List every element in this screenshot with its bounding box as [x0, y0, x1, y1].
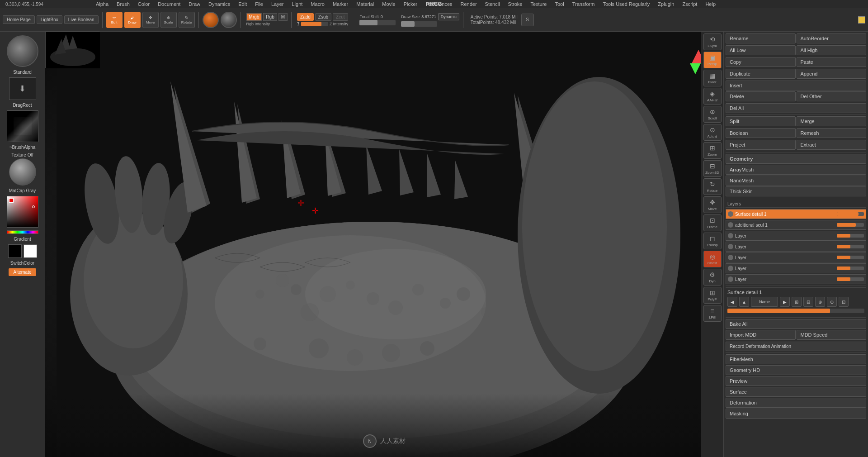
menu-transform[interactable]: Transform [571, 1, 597, 7]
menu-render[interactable]: Render [459, 1, 479, 7]
snap-button[interactable]: S [521, 14, 534, 26]
menu-document[interactable]: Document [156, 1, 182, 7]
boolean-button[interactable]: Boolean [726, 128, 796, 138]
sd-btn-extra1[interactable]: ⊕ [815, 297, 825, 307]
all-low-button[interactable]: All Low [726, 45, 796, 55]
side-persp-button[interactable]: ▣ Persp [703, 52, 722, 68]
side-frame-button[interactable]: ⊡ Frame [703, 214, 722, 231]
layer-item-3[interactable]: Layer [726, 242, 866, 252]
menu-macro[interactable]: Macro [309, 1, 326, 7]
preview-button[interactable]: Preview [726, 376, 866, 386]
dynamic-button[interactable]: Dynamic [438, 13, 459, 20]
zcut-button[interactable]: Zcut [333, 13, 348, 21]
rgb-button[interactable]: Rgb [263, 13, 277, 21]
surface-button[interactable]: Surface [726, 387, 866, 397]
layer-slider-3[interactable] [837, 245, 864, 248]
menu-zscript[interactable]: Zscript [680, 1, 699, 7]
sd-btn-copy[interactable]: ⊞ [792, 297, 802, 307]
sd-btn-extra2[interactable]: ⊙ [827, 297, 837, 307]
draw-button[interactable]: 🖌 Draw [124, 12, 141, 28]
menu-tools-used[interactable]: Tools Used Regularly [601, 1, 651, 7]
sd-main-slider[interactable] [727, 309, 864, 313]
bake-all-button[interactable]: Bake All [726, 319, 866, 329]
menu-file[interactable]: File [253, 1, 265, 7]
color-hue-bar[interactable] [7, 230, 38, 234]
menu-stencil[interactable]: Stencil [483, 1, 502, 7]
side-scroll-button[interactable]: ⊕ Scroll [703, 106, 722, 123]
z-intensity-slider[interactable] [301, 22, 328, 26]
deformation-button[interactable]: Deformation [726, 398, 866, 408]
brush-alpha-preview[interactable] [7, 110, 38, 142]
edit-button[interactable]: ✏ Edit [106, 12, 123, 28]
menu-dynamics[interactable]: Dynamics [207, 1, 232, 7]
nano-mesh-button[interactable]: NanoMesh [726, 176, 866, 186]
copy-button[interactable]: Copy [726, 57, 796, 67]
move-button[interactable]: ✥ Move [142, 12, 159, 28]
side-zoom-button[interactable]: ⊙ Actual [703, 124, 722, 141]
layer-slider-0[interactable] [837, 212, 864, 216]
side-rotate-button[interactable]: ↻ Rotate [703, 178, 722, 195]
brush-preview[interactable] [7, 35, 38, 67]
side-linefill-button[interactable]: ≡ LFill [703, 305, 722, 322]
project-button[interactable]: Project [726, 140, 796, 150]
delete-button[interactable]: Delete [726, 91, 796, 101]
menu-material[interactable]: Material [354, 1, 376, 7]
menu-color[interactable]: Color [136, 1, 151, 7]
extract-button[interactable]: Extract [797, 140, 867, 150]
side-actual-button[interactable]: ⊞ Zoom [703, 142, 722, 159]
live-boolean-button[interactable]: Live Boolean [64, 15, 99, 24]
layer-eye-5[interactable] [728, 266, 733, 271]
layer-eye-2[interactable] [728, 233, 733, 238]
menu-texture[interactable]: Texture [528, 1, 548, 7]
swatch-white[interactable] [24, 244, 37, 258]
del-other-button[interactable]: Del Other [797, 91, 867, 101]
side-aahaf-button[interactable]: ◈ AAHaf [703, 88, 722, 105]
material-sphere[interactable] [203, 12, 219, 28]
layer-item-5[interactable]: Layer [726, 263, 866, 273]
merge-button[interactable]: Merge [797, 116, 867, 126]
thick-skin-button[interactable]: Thick Skin [726, 186, 866, 196]
side-transp-button[interactable]: ◻ Transp [703, 233, 722, 249]
menu-alpha[interactable]: Alpha [94, 1, 110, 7]
layer-eye-4[interactable] [728, 255, 733, 260]
layer-eye-6[interactable] [728, 276, 733, 282]
all-high-button[interactable]: All High [797, 45, 867, 55]
zadd-button[interactable]: Zadd [297, 13, 314, 21]
paste-button[interactable]: Paste [797, 57, 867, 67]
side-move-button[interactable]: ✥ Move [703, 196, 722, 213]
home-page-button[interactable]: Home Page [3, 15, 35, 24]
menu-stroke[interactable]: Stroke [506, 1, 524, 7]
sd-btn-name[interactable]: Name [751, 297, 778, 307]
side-zoom3d-button[interactable]: ⊟ Zoom3D [703, 160, 722, 177]
menu-tool[interactable]: Tool [553, 1, 566, 7]
layer-item-2[interactable]: Layer [726, 231, 866, 241]
focal-shift-slider[interactable] [359, 20, 396, 25]
side-floor-button[interactable]: ▦ Floor [703, 70, 722, 86]
import-mdd-button[interactable]: Import MDD [726, 330, 796, 340]
layer-eye-1[interactable] [728, 222, 733, 228]
side-sym-button[interactable]: ⟲ LSym [703, 33, 722, 50]
del-all-button[interactable]: Del All [726, 103, 866, 113]
alternate-button[interactable]: Alternate [9, 268, 36, 276]
layer-item-1[interactable]: additional scul 1 [726, 220, 866, 230]
lightbox-button[interactable]: LightBox [37, 15, 62, 24]
masking-button[interactable]: Masking [726, 409, 866, 419]
array-mesh-button[interactable]: ArrayMesh [726, 165, 866, 175]
mdd-speed-button[interactable]: MDD Speed [797, 330, 867, 340]
menu-marker[interactable]: Marker [331, 1, 350, 7]
insert-button[interactable]: Insert [726, 81, 866, 90]
sd-btn-up[interactable]: ▲ [739, 297, 749, 307]
menu-movie[interactable]: Movie [380, 1, 397, 7]
drag-rect-button[interactable]: ⬇ [9, 77, 36, 100]
mrgb-button[interactable]: Mrgb [246, 13, 262, 21]
sd-btn-prev[interactable]: ◀ [727, 297, 737, 307]
split-button[interactable]: Split [726, 116, 796, 126]
remesh-button[interactable]: Remesh [797, 128, 867, 138]
layer-eye-3[interactable] [728, 244, 733, 249]
layer-slider-2[interactable] [837, 234, 864, 238]
menu-layer[interactable]: Layer [269, 1, 286, 7]
sd-btn-next[interactable]: ▶ [780, 297, 790, 307]
draw-size-slider[interactable] [401, 21, 437, 27]
menu-zplugin[interactable]: Zplugin [656, 1, 676, 7]
layer-item-6[interactable]: Layer [726, 274, 866, 284]
